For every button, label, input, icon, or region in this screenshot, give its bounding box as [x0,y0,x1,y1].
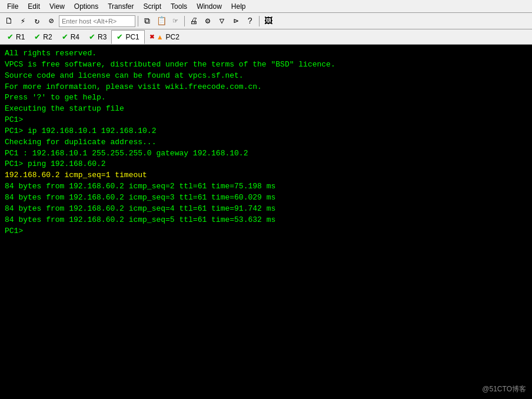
tab-R1-label: R1 [16,33,25,41]
terminal-line: All rights reserved. [5,48,527,59]
toolbar-divider-1 [138,16,138,26]
menu-window[interactable]: Window [192,1,227,12]
toolbar-help-btn[interactable]: ? [244,15,257,28]
terminal-line: For more information, please visit wiki.… [5,82,527,93]
toolbar-image-btn[interactable]: 🖼 [262,15,275,28]
tab-R3-check-icon: ✔ [89,32,95,41]
toolbar-settings-btn[interactable]: ⚙ [201,15,214,28]
terminal-line: VPCS is free software, distributed under… [5,59,527,71]
tab-R2[interactable]: ✔ R2 [29,30,56,44]
toolbar-copy-btn[interactable]: ⧉ [141,15,154,28]
watermark: @51CTO博客 [482,384,526,394]
menu-bar: File Edit View Options Transfer Script T… [0,0,532,13]
warn-triangle-icon: ▲ [157,33,164,41]
tab-bar: ✔ R1 ✔ R2 ✔ R4 ✔ R3 ✔ PC1 ✖ ▲ PC2 [0,29,532,45]
terminal-line: 84 bytes from 192.168.60.2 icmp_seq=3 tt… [5,192,527,204]
tab-R3-label: R3 [98,33,107,41]
terminal-line: PC1> [5,115,527,126]
tab-PC2[interactable]: ✖ ▲ PC2 [145,30,184,44]
toolbar-finger-btn[interactable]: ☞ [169,15,182,28]
terminal-line: PC1> [5,226,527,237]
tab-R1-check-icon: ✔ [7,32,14,41]
menu-transfer[interactable]: Transfer [103,1,138,12]
menu-tools[interactable]: Tools [166,1,192,12]
menu-view[interactable]: View [45,1,69,12]
host-input[interactable] [59,15,135,27]
terminal-line: 192.168.60.2 icmp_seq=1 timeout [5,170,527,181]
menu-help[interactable]: Help [227,1,251,12]
tab-PC1[interactable]: ✔ PC1 [111,30,144,44]
terminal-line: 84 bytes from 192.168.60.2 icmp_seq=4 tt… [5,204,527,215]
tab-R4-check-icon: ✔ [62,32,68,41]
tab-PC1-label: PC1 [125,33,139,41]
menu-edit[interactable]: Edit [23,1,45,12]
tab-PC2-x-icon: ✖ [149,34,154,40]
terminal-line: Press '?' to get help. [5,92,527,104]
terminal-line: Source code and license can be found at … [5,71,527,82]
menu-options[interactable]: Options [69,1,103,12]
terminal-line: 84 bytes from 192.168.60.2 icmp_seq=2 tt… [5,181,527,192]
toolbar-filter-btn[interactable]: ▽ [215,15,228,28]
toolbar-new-btn[interactable]: 🗋 [2,15,15,28]
terminal-line: PC1 : 192.168.10.1 255.255.255.0 gateway… [5,148,527,159]
terminal-line: 84 bytes from 192.168.60.2 icmp_seq=5 tt… [5,215,527,226]
tab-R2-check-icon: ✔ [34,32,41,41]
toolbar-clipboard-btn[interactable]: 📋 [155,15,168,28]
tab-PC2-label: PC2 [166,33,179,41]
terminal-line: Checking for duplicate address... [5,137,527,148]
toolbar-divider-2 [184,16,185,26]
terminal-line: PC1> ping 192.168.60.2 [5,159,527,170]
toolbar-lightning-btn[interactable]: ⚡ [16,15,29,28]
toolbar-funnel-btn[interactable]: ⊳ [230,15,242,28]
tab-R1[interactable]: ✔ R1 [2,30,29,44]
menu-file[interactable]: File [2,1,23,12]
terminal-line: Executing the startup file [5,104,527,115]
tab-PC1-check-icon: ✔ [117,32,123,41]
menu-script[interactable]: Script [138,1,166,12]
tab-R3[interactable]: ✔ R3 [84,30,111,44]
toolbar-stop-btn[interactable]: ⊘ [45,15,58,28]
toolbar: 🗋 ⚡ ↻ ⊘ ⧉ 📋 ☞ 🖨 ⚙ ▽ ⊳ ? 🖼 [0,13,532,29]
toolbar-divider-3 [259,16,260,26]
terminal-line: PC1> ip 192.168.10.1 192.168.10.2 [5,126,527,137]
tab-R4[interactable]: ✔ R4 [57,30,84,44]
terminal[interactable]: All rights reserved.VPCS is free softwar… [0,45,532,399]
toolbar-print-btn[interactable]: 🖨 [187,15,200,28]
tab-R4-label: R4 [71,33,79,41]
toolbar-refresh-btn[interactable]: ↻ [31,15,44,28]
tab-R2-label: R2 [43,33,52,41]
